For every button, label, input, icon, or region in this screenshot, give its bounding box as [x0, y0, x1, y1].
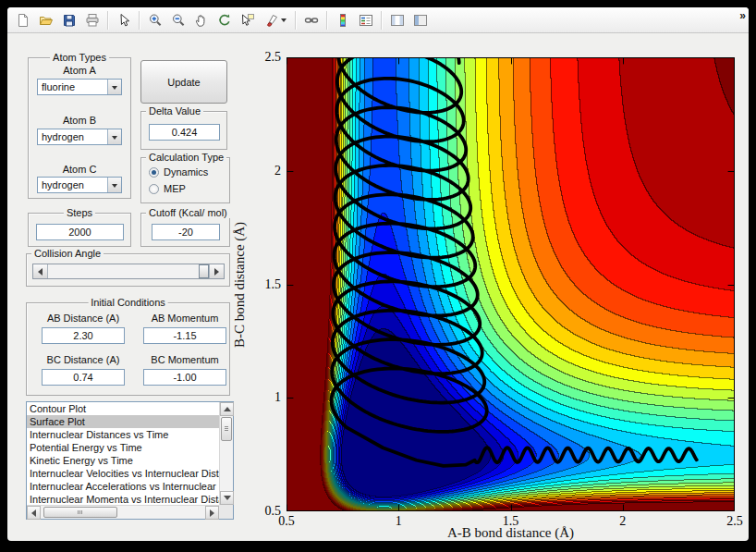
bc-momentum-field[interactable]: -1.00	[143, 369, 226, 386]
toolbar-zoom-out-button[interactable]	[167, 9, 189, 31]
atom-b-dropdown[interactable]: hydrogen	[37, 129, 122, 145]
vertical-scrollbar[interactable]	[219, 402, 233, 505]
calculation-type-panel: Calculation Type Dynamics MEP	[140, 157, 230, 203]
plot-list-item[interactable]: Internuclear Momenta vs Internuclear Dis…	[27, 493, 219, 505]
brush-data-icon	[264, 13, 279, 28]
atom-c-dropdown-arrow-icon	[107, 178, 121, 192]
save-figure-icon	[62, 13, 77, 28]
toolbar-separator	[326, 11, 327, 30]
plot-list-item[interactable]: Contour Plot	[27, 402, 219, 415]
plot-list-item[interactable]: Kinetic Energy vs Time	[27, 454, 219, 467]
x-tick-label: 1.5	[503, 514, 519, 529]
y-tick-label: 1.5	[265, 277, 282, 292]
mep-radio-label: MEP	[164, 183, 186, 194]
ab-momentum-label: AB Momentum	[139, 313, 231, 324]
plot-list-item[interactable]: Internuclear Velocities vs Internuclear …	[27, 467, 219, 480]
atom-a-dropdown[interactable]: fluorine	[37, 79, 122, 95]
plot-list-item[interactable]: Surface Plot	[27, 415, 219, 428]
y-tick-label: 0.5	[265, 504, 282, 519]
toolbar-data-cursor-button[interactable]	[237, 9, 258, 31]
toolbar-insert-colorbar-button[interactable]	[332, 9, 353, 31]
toolbar-zoom-in-button[interactable]	[144, 9, 165, 31]
ab-distance-label: AB Distance (A)	[37, 313, 129, 324]
initial-conditions-title: Initial Conditions	[88, 297, 168, 308]
dynamics-radio-label: Dynamics	[164, 166, 208, 178]
plot-list-item[interactable]: Internuclear Accelerations vs Internucle…	[27, 480, 219, 493]
ab-momentum-field[interactable]: -1.15	[143, 327, 226, 344]
x-tick-label: 2.5	[726, 514, 743, 529]
delta-value-field[interactable]: 0.424	[149, 124, 220, 141]
toolbar-open-file-button[interactable]	[35, 9, 56, 31]
dropdown-caret-icon[interactable]	[281, 18, 287, 25]
atom-c-label: Atom C	[29, 164, 130, 175]
toolbar-separator	[107, 11, 108, 30]
atom-a-label: Atom A	[29, 65, 130, 76]
scroll-left-button[interactable]	[27, 506, 41, 520]
cutoff-panel: Cutoff (Kcal/ mol) -20	[140, 213, 230, 247]
new-figure-icon	[16, 13, 30, 28]
toolbar-new-figure-button[interactable]	[12, 9, 33, 31]
ab-distance-field[interactable]: 2.30	[42, 327, 125, 344]
atom-c-dropdown[interactable]: hydrogen	[37, 177, 122, 193]
edit-plot-icon	[116, 13, 131, 28]
dynamics-radio[interactable]	[149, 167, 159, 178]
toolbar-insert-legend-button[interactable]	[355, 9, 376, 31]
insert-colorbar-icon	[335, 13, 350, 28]
scroll-up-button[interactable]	[220, 402, 234, 416]
toolbar-hide-plot-tools-button[interactable]	[386, 9, 408, 31]
vertical-scroll-thumb[interactable]	[221, 417, 232, 441]
slider-left-arrow[interactable]	[33, 264, 48, 278]
collision-angle-slider[interactable]	[32, 264, 225, 279]
bc-distance-field[interactable]: 0.74	[42, 369, 125, 386]
delta-value-title: Delta Value	[146, 105, 203, 117]
toolbar-separator	[381, 11, 382, 30]
toolbar-link-plot-button[interactable]	[300, 9, 322, 31]
toolbar-save-figure-button[interactable]	[58, 9, 79, 31]
mep-radio[interactable]	[149, 184, 159, 194]
toolbar-pan-button[interactable]	[190, 9, 212, 31]
open-file-icon	[39, 13, 54, 28]
atom-types-panel: Atom Types Atom A fluorine Atom B hydrog…	[28, 57, 131, 199]
calculation-type-title: Calculation Type	[146, 152, 226, 163]
plot-list-item[interactable]: Internuclear Distances vs Time	[27, 428, 219, 441]
toolbar-show-plot-tools-button[interactable]	[409, 9, 431, 31]
pan-icon	[194, 13, 209, 28]
toolbar-overflow-button[interactable]: »	[739, 9, 746, 22]
toolbar-rotate-3d-button[interactable]	[213, 9, 235, 31]
steps-panel: Steps 2000	[28, 213, 131, 247]
horizontal-scrollbar[interactable]	[27, 505, 219, 519]
plot-area: A-B bond distance (Å) B-C bond distance …	[287, 57, 735, 511]
collision-angle-panel: Collision Angle	[26, 253, 230, 287]
update-button[interactable]: Update	[140, 60, 227, 104]
cutoff-field[interactable]: -20	[152, 224, 220, 240]
toolbar-separator	[295, 11, 296, 30]
contour-plot-canvas[interactable]	[287, 57, 735, 511]
matlab-figure-window: » Atom Types Atom A fluorine Atom B hydr…	[7, 7, 749, 541]
link-plot-icon	[304, 13, 319, 28]
bc-momentum-label: BC Momentum	[139, 354, 231, 365]
scrollbar-corner	[219, 505, 233, 519]
atom-a-value: fluorine	[38, 81, 107, 92]
y-tick-label: 2.5	[265, 50, 282, 65]
toolbar-brush-data-button[interactable]	[260, 9, 290, 31]
x-tick-label: 1	[396, 514, 402, 529]
plot-list-item[interactable]: Potential Energy vs Time	[27, 441, 219, 454]
steps-field[interactable]: 2000	[36, 224, 124, 240]
toolbar-edit-plot-button[interactable]	[113, 9, 134, 31]
slider-right-arrow[interactable]	[209, 264, 224, 278]
toolbar-print-figure-button[interactable]	[81, 9, 103, 31]
atom-c-value: hydrogen	[38, 179, 107, 190]
cutoff-title: Cutoff (Kcal/ mol)	[146, 207, 230, 218]
steps-title: Steps	[64, 207, 95, 218]
scroll-down-button[interactable]	[220, 491, 234, 505]
scroll-right-button[interactable]	[205, 506, 219, 520]
y-tick-label: 2	[274, 164, 281, 178]
slider-thumb[interactable]	[199, 264, 209, 278]
initial-conditions-panel: Initial Conditions AB Distance (A) AB Mo…	[26, 302, 230, 396]
horizontal-scroll-thumb[interactable]	[43, 507, 117, 518]
plot-type-list: Contour PlotSurface PlotInternuclear Dis…	[27, 402, 219, 505]
data-cursor-icon	[240, 13, 255, 28]
atom-b-label: Atom B	[29, 115, 130, 126]
zoom-in-icon	[148, 13, 163, 28]
figure-toolbar: »	[7, 7, 749, 33]
